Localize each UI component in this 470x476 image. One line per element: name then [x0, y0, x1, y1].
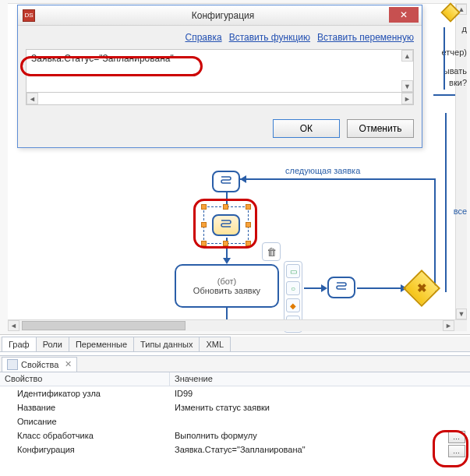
- properties-tab-label: Свойства: [21, 360, 58, 369]
- arrow-left-icon: [240, 175, 246, 183]
- scroll-left-icon[interactable]: ◄: [27, 93, 38, 104]
- help-link[interactable]: Справка: [186, 32, 222, 43]
- trash-icon[interactable]: 🗑: [262, 242, 281, 261]
- bot-task-node[interactable]: (бот) Обновить заявку: [175, 264, 279, 308]
- stub-text: ывать: [443, 66, 467, 76]
- scroll-left-icon[interactable]: ◄: [8, 320, 19, 331]
- palette-btn-3[interactable]: ◆: [286, 298, 300, 312]
- prop-value[interactable]: Изменить статус заявки: [170, 403, 470, 412]
- right-edge-fragments: д етчер) ывать вки? все: [422, 4, 467, 339]
- close-button[interactable]: ✕: [389, 7, 419, 23]
- script-task-node[interactable]: [327, 277, 355, 298]
- properties-header-row: Свойство Значение: [0, 372, 470, 386]
- app-icon: DS: [23, 9, 35, 22]
- stub-text: вки?: [449, 78, 467, 87]
- prop-key: Идентификатор узла: [0, 389, 170, 398]
- properties-panel: Свойства ✕ Свойство Значение Идентификат…: [0, 355, 470, 476]
- formula-h-scrollbar[interactable]: ◄ ►: [26, 93, 414, 105]
- properties-icon: [7, 359, 18, 370]
- connector-fragment: [445, 113, 447, 292]
- connector-fragment: [433, 94, 455, 96]
- prop-row-handler-class[interactable]: Класс обработчика Выполнить формулу …: [0, 428, 470, 443]
- scroll-thumb[interactable]: [22, 321, 186, 330]
- stub-text: д: [462, 24, 467, 33]
- formula-textarea[interactable]: Заявка.Статус="Запланирована" ▲ ▼: [26, 49, 414, 93]
- header-property: Свойство: [0, 372, 170, 386]
- tab-graph[interactable]: Граф: [2, 337, 37, 351]
- tab-datatypes[interactable]: Типы данных: [133, 337, 200, 351]
- bottom-tab-strip: Граф Роли Переменные Типы данных XML: [0, 337, 470, 352]
- insert-variable-link[interactable]: Вставить переменную: [317, 32, 414, 43]
- bot-caption: (бот): [176, 277, 277, 286]
- arrow-right-icon: [321, 284, 327, 292]
- stub-text: все: [454, 206, 467, 216]
- prop-value[interactable]: Заявка.Статус="Запланирована" …: [170, 445, 470, 454]
- prop-row-description[interactable]: Описание: [0, 414, 470, 428]
- dialog-title: Конфигурация: [40, 10, 422, 21]
- cancel-button[interactable]: Отменить: [347, 119, 414, 138]
- canvas-h-scrollbar[interactable]: ◄ ►: [8, 319, 467, 331]
- connector: [304, 287, 323, 289]
- insert-function-link[interactable]: Вставить функцию: [229, 32, 310, 43]
- prop-row-configuration[interactable]: Конфигурация Заявка.Статус="Запланирован…: [0, 443, 470, 457]
- tab-xml[interactable]: XML: [199, 337, 231, 351]
- prop-key: Название: [0, 403, 170, 412]
- stub-text: етчер): [442, 48, 467, 57]
- config-dialog: DS Конфигурация ✕ Справка Вставить функц…: [17, 5, 422, 148]
- prop-key: Класс обработчика: [0, 431, 170, 440]
- workflow-canvas-area: д етчер) ывать вки? все следующая заявка: [0, 0, 470, 335]
- gateway-fragment: [440, 2, 460, 22]
- bot-title: Обновить заявку: [176, 286, 277, 295]
- properties-tab[interactable]: Свойства ✕: [2, 357, 77, 372]
- palette-btn-1[interactable]: ▭: [286, 264, 300, 278]
- prop-key: Описание: [0, 417, 170, 426]
- ok-button[interactable]: ОК: [273, 119, 340, 138]
- highlight-ellipsis-buttons: [433, 430, 468, 467]
- properties-tab-row: Свойства ✕: [0, 356, 470, 372]
- script-task-icon: [212, 171, 240, 192]
- prop-value-text: Заявка.Статус="Запланирована": [175, 445, 306, 454]
- highlight-selected-node: [193, 199, 257, 249]
- scroll-up-icon[interactable]: ▲: [401, 50, 413, 62]
- prop-value[interactable]: Выполнить формулу …: [170, 431, 470, 440]
- scroll-right-icon[interactable]: ►: [401, 93, 413, 104]
- dialog-titlebar[interactable]: DS Конфигурация ✕: [18, 5, 422, 26]
- tab-roles[interactable]: Роли: [36, 337, 69, 351]
- script-task-node[interactable]: [212, 171, 240, 192]
- formula-text: Заявка.Статус="Запланирована": [31, 53, 174, 64]
- prop-value-text: Выполнить формулу: [175, 431, 257, 440]
- tab-variables[interactable]: Переменные: [69, 337, 134, 351]
- header-value: Значение: [170, 372, 470, 386]
- arrow-down-icon: [223, 258, 231, 264]
- script-task-icon: [327, 277, 355, 298]
- connector: [357, 287, 402, 289]
- scroll-down-icon[interactable]: ▼: [401, 80, 413, 92]
- connector: [240, 178, 435, 180]
- prop-key: Конфигурация: [0, 445, 170, 454]
- prop-row-name[interactable]: Название Изменить статус заявки: [0, 400, 470, 414]
- connector-label-next: следующая заявка: [285, 166, 360, 175]
- connector-fragment: [443, 27, 445, 90]
- prop-row-node-id[interactable]: Идентификатор узла ID99: [0, 386, 470, 400]
- palette-btn-2[interactable]: ○: [286, 281, 300, 295]
- dialog-link-row: Справка Вставить функцию Вставить переме…: [18, 26, 422, 46]
- prop-value[interactable]: ID99: [170, 389, 470, 398]
- close-icon[interactable]: ✕: [65, 359, 72, 369]
